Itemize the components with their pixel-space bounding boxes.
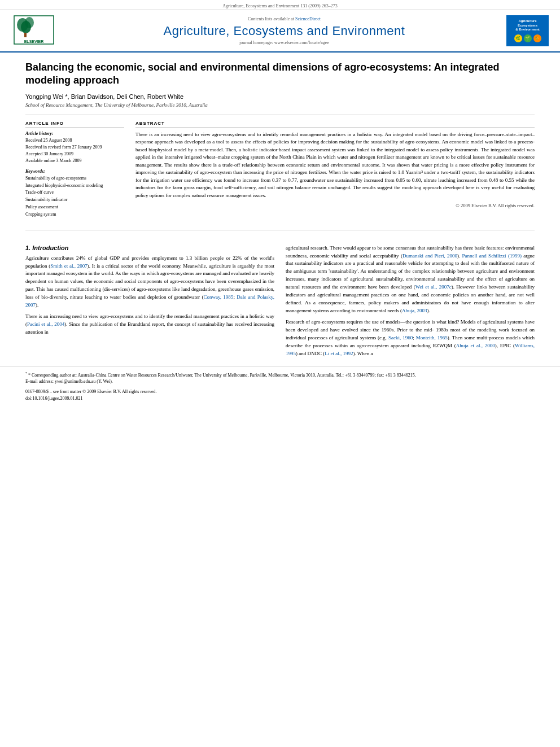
received-date: Received 25 August 2008 [25, 137, 124, 144]
revised-date: Received in revised form 27 January 2009 [25, 144, 124, 151]
journal-header-center: Contents lists available at ScienceDirec… [62, 16, 506, 45]
svg-point-3 [21, 21, 31, 33]
divider-2 [25, 230, 535, 230]
keyword-2: Integrated biophysical-economic modeling [25, 182, 124, 190]
footnote-email: E-mail address: ywei@unimelb.edu.au (Y. … [25, 378, 535, 385]
journal-header: ELSEVIER Contents lists available at Sci… [0, 10, 560, 53]
journal-logo-icons: 🌿 🌱 🌾 [514, 34, 541, 42]
ref-ahuja-2003[interactable]: Ahuja, 2003 [402, 308, 427, 313]
right-para1: agricultural research. There would appea… [286, 244, 535, 315]
ref-monteith[interactable]: Monteith, 1965 [416, 335, 448, 340]
journal-citation: Agriculture, Ecosystems and Environment … [222, 3, 337, 8]
article-history-group: Article history: Received 25 August 2008… [25, 131, 124, 164]
journal-logo-box: AgricultureEcosystems& Environment 🌿 🌱 🌾 [506, 15, 549, 46]
article-title: Balancing the economic, social and envir… [25, 61, 535, 88]
article-info-label: Article Info [25, 121, 124, 128]
body-left-col: 1. Introduction Agriculture contributes … [25, 244, 274, 361]
ref-saeki[interactable]: Saeki, 1960 [388, 335, 413, 340]
footnote-corresponding: * * Corresponding author at: Australia-C… [25, 371, 535, 379]
copyright-line: © 2009 Elsevier B.V. All rights reserved… [135, 203, 535, 208]
divider-1 [25, 115, 535, 115]
body-right-col: agricultural research. There would appea… [286, 244, 535, 361]
ref-dale-polasky[interactable]: Dale and Polasky, 2007 [25, 294, 274, 308]
ref-pannell[interactable]: Pannell and Schilizzi (1999) [462, 253, 522, 259]
journal-title: Agriculture, Ecosystems and Environment [62, 24, 506, 38]
intro-para2: There is an increasing need to view agro… [25, 313, 274, 337]
svg-text:ELSEVIER: ELSEVIER [24, 40, 44, 43]
keyword-5: Policy assessment [25, 204, 124, 211]
logo-icon-1: 🌿 [514, 34, 522, 42]
abstract-label: Abstract [135, 121, 535, 128]
keywords-list: Sustainability of agro-ecosystems Integr… [25, 175, 124, 219]
ref-conway-1985[interactable]: Conway, 1985 [203, 294, 233, 300]
footnote-issn: 0167-8809/$ – see front matter © 2009 El… [25, 388, 535, 395]
elsevier-logo-icon: ELSEVIER [11, 15, 56, 46]
footnote-area: * * Corresponding author at: Australia-C… [0, 366, 560, 408]
footnote-doi: doi:10.1016/j.agee.2009.01.021 [25, 395, 535, 402]
available-date: Available online 3 March 2009 [25, 158, 124, 164]
ref-li[interactable]: Li et al., 1992 [325, 351, 353, 356]
svg-rect-4 [24, 33, 27, 37]
ref-smith-2007[interactable]: Smith et al., 2007 [50, 263, 87, 269]
ref-ahuja-2000[interactable]: Ahuja et al., 2000 [456, 343, 495, 348]
ref-wei-2007c[interactable]: Wei et al., 2007c [415, 284, 452, 290]
right-para2: Research of agro-ecosystems requires the… [286, 318, 535, 358]
keywords-group: Keywords: Sustainability of agro-ecosyst… [25, 169, 124, 219]
logo-icon-3: 🌾 [533, 34, 541, 42]
abstract-text: There is an increasing need to view agro… [135, 131, 535, 200]
intro-heading: 1. Introduction [25, 244, 274, 251]
article-affiliation: School of Resource Management, The Unive… [25, 102, 535, 108]
keywords-title: Keywords: [25, 169, 124, 174]
body-content: 1. Introduction Agriculture contributes … [0, 244, 560, 361]
journal-top-bar: Agriculture, Ecosystems and Environment … [0, 0, 560, 10]
article-info-col: Article Info Article history: Received 2… [25, 121, 124, 223]
logo-icon-2: 🌱 [524, 34, 532, 42]
journal-homepage: journal homepage: www.elsevier.com/locat… [62, 40, 506, 45]
journal-logo-text: AgricultureEcosystems& Environment [515, 19, 540, 32]
keyword-4: Sustainability indicator [25, 196, 124, 204]
elsevier-logo-container: ELSEVIER [11, 15, 62, 47]
article-content: Balancing the economic, social and envir… [0, 53, 560, 244]
page: Agriculture, Ecosystems and Environment … [0, 0, 560, 747]
keyword-6: Cropping system [25, 211, 124, 219]
intro-para1: Agriculture contributes 24% of global GD… [25, 255, 274, 310]
article-authors: Yongping Wei *, Brian Davidson, Deli Che… [25, 93, 535, 100]
keyword-3: Trade-off curve [25, 189, 124, 196]
article-info-abstract: Article Info Article history: Received 2… [25, 121, 535, 223]
sciencedirect-link[interactable]: ScienceDirect [295, 16, 321, 21]
ref-pacini-2004[interactable]: Pacini et al., 2004 [27, 321, 64, 327]
contents-line: Contents lists available at ScienceDirec… [62, 16, 506, 21]
ref-dumanski[interactable]: Dumanski and Pieri, 2000 [403, 253, 457, 259]
keyword-1: Sustainability of agro-ecosystems [25, 175, 124, 182]
ref-williams[interactable]: Williams, 1995 [286, 343, 535, 356]
accepted-date: Accepted 30 January 2009 [25, 151, 124, 158]
history-title: Article history: [25, 131, 124, 136]
abstract-col: Abstract There is an increasing need to … [135, 121, 535, 223]
